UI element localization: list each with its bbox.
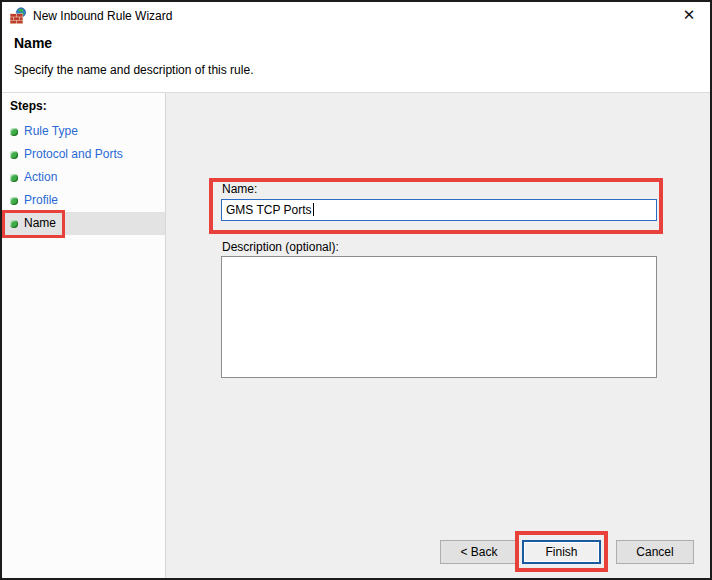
close-icon[interactable]: ✕ — [679, 5, 699, 25]
wizard-page-header: Name Specify the name and description of… — [2, 30, 710, 93]
page-title: Name — [14, 35, 52, 51]
finish-button[interactable]: Finish — [522, 540, 601, 564]
green-bullet-icon — [10, 220, 18, 228]
description-field-label: Description (optional): — [222, 240, 339, 254]
new-inbound-rule-wizard-window: New Inbound Rule Wizard ✕ Name Specify t… — [0, 0, 712, 580]
name-input[interactable]: GMS TCP Ports — [221, 199, 657, 221]
green-bullet-icon — [10, 174, 18, 182]
sidebar-item-action[interactable]: Action — [2, 166, 165, 189]
sidebar-item-label: Profile — [24, 193, 58, 207]
name-field-label: Name: — [222, 182, 257, 196]
firewall-icon — [10, 7, 27, 24]
steps-sidebar: Steps: Rule Type Protocol and Ports Acti… — [2, 93, 166, 578]
sidebar-item-label: Name — [24, 216, 56, 230]
name-input-value: GMS TCP Ports — [226, 203, 312, 217]
sidebar-item-protocol-and-ports[interactable]: Protocol and Ports — [2, 143, 165, 166]
text-caret — [313, 203, 314, 216]
steps-list: Rule Type Protocol and Ports Action Prof… — [2, 120, 165, 235]
sidebar-item-label: Protocol and Ports — [24, 147, 123, 161]
description-textarea[interactable] — [221, 256, 657, 378]
sidebar-item-name[interactable]: Name — [2, 212, 165, 235]
green-bullet-icon — [10, 197, 18, 205]
green-bullet-icon — [10, 151, 18, 159]
cancel-button[interactable]: Cancel — [616, 540, 694, 564]
steps-heading: Steps: — [10, 99, 47, 113]
back-button[interactable]: < Back — [440, 540, 518, 564]
sidebar-item-profile[interactable]: Profile — [2, 189, 165, 212]
title-bar: New Inbound Rule Wizard ✕ — [2, 2, 710, 30]
sidebar-item-label: Rule Type — [24, 124, 78, 138]
sidebar-item-rule-type[interactable]: Rule Type — [2, 120, 165, 143]
green-bullet-icon — [10, 128, 18, 136]
window-title: New Inbound Rule Wizard — [33, 9, 172, 23]
sidebar-item-label: Action — [24, 170, 57, 184]
page-subtitle: Specify the name and description of this… — [14, 63, 253, 77]
